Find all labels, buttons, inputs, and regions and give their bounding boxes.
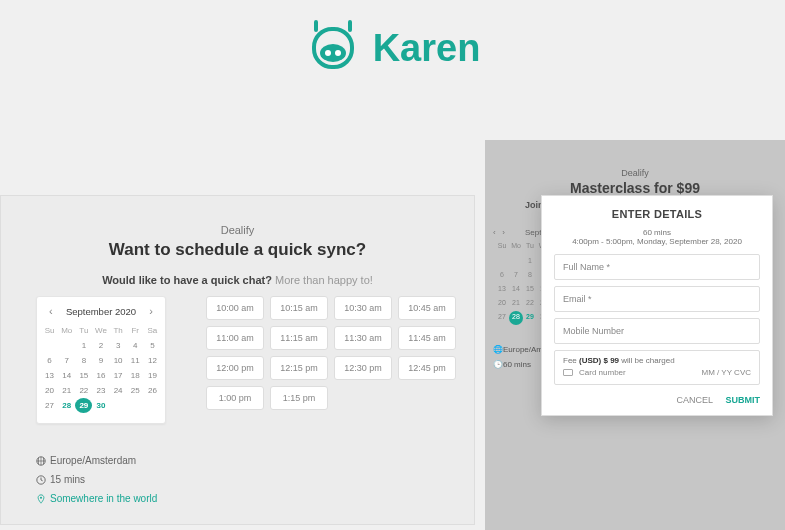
calendar-day[interactable]: 27: [41, 398, 58, 413]
calendar-day[interactable]: 22: [523, 297, 537, 311]
calendar-day[interactable]: 15: [523, 283, 537, 297]
svg-point-1: [320, 44, 346, 62]
time-slot[interactable]: 10:45 am: [398, 296, 456, 320]
schedule-panel: Dealify Want to schedule a quick sync? W…: [0, 195, 475, 525]
calendar-day[interactable]: 14: [509, 283, 523, 297]
calendar-dow: Sa: [144, 323, 161, 338]
calendar-dow: Fr: [127, 323, 144, 338]
calendar-day[interactable]: 9: [92, 353, 109, 368]
time-slot[interactable]: 12:45 pm: [398, 356, 456, 380]
time-slot[interactable]: 11:15 am: [270, 326, 328, 350]
calendar-day[interactable]: 13: [41, 368, 58, 383]
svg-point-3: [335, 50, 341, 56]
robot-icon: [305, 20, 361, 76]
org-label: Dealify: [1, 224, 474, 236]
timezone-label: Europe/Amsterdam: [50, 451, 136, 470]
location-label: Somewhere in the world: [50, 489, 157, 508]
email-field[interactable]: Email *: [554, 286, 760, 312]
svg-point-2: [325, 50, 331, 56]
calendar-day[interactable]: 1: [523, 255, 537, 269]
calendar-day[interactable]: 23: [92, 383, 109, 398]
calendar-day[interactable]: 11: [127, 353, 144, 368]
calendar-day[interactable]: 4: [127, 338, 144, 353]
calendar-day[interactable]: 7: [509, 269, 523, 283]
pin-icon: [36, 494, 46, 504]
calendar-day[interactable]: 6: [495, 269, 509, 283]
calendar-day[interactable]: 7: [58, 353, 75, 368]
calendar[interactable]: ‹ September 2020 › SuMoTuWeThFrSa1234567…: [36, 296, 166, 424]
payment-box: Fee (USD) $ 99 will be charged Card numb…: [554, 350, 760, 385]
masterclass-title: Masterclass for $99: [485, 180, 785, 196]
timezone-row[interactable]: Europe/Amsterdam: [36, 451, 157, 470]
calendar-day[interactable]: 3: [110, 338, 127, 353]
enter-details-modal: ENTER DETAILS 60 mins 4:00pm - 5:00pm, M…: [541, 195, 773, 416]
calendar-day[interactable]: 19: [144, 368, 161, 383]
page-description: Would like to have a quick chat? More th…: [1, 274, 474, 286]
mobile-field[interactable]: Mobile Number: [554, 318, 760, 344]
calendar-next-icon[interactable]: ›: [145, 305, 157, 317]
calendar-day[interactable]: 10: [110, 353, 127, 368]
calendar-dow: Th: [110, 323, 127, 338]
brand-logo: Karen: [0, 20, 785, 80]
calendar-day[interactable]: 8: [75, 353, 92, 368]
time-slot[interactable]: 10:30 am: [334, 296, 392, 320]
calendar-day[interactable]: 22: [75, 383, 92, 398]
submit-button[interactable]: SUBMIT: [726, 395, 761, 405]
calendar-dow: Su: [41, 323, 58, 338]
org-label: Dealify: [485, 168, 785, 178]
calendar-prev-icon[interactable]: ‹ ›: [493, 228, 505, 237]
time-slot[interactable]: 1:15 pm: [270, 386, 328, 410]
time-slot[interactable]: 12:30 pm: [334, 356, 392, 380]
card-number-placeholder: Card number: [579, 368, 626, 377]
calendar-day[interactable]: 6: [41, 353, 58, 368]
calendar-day[interactable]: 21: [58, 383, 75, 398]
time-slot[interactable]: 12:00 pm: [206, 356, 264, 380]
calendar-day[interactable]: 25: [127, 383, 144, 398]
calendar-day[interactable]: 21: [509, 297, 523, 311]
calendar-day[interactable]: 30: [92, 398, 109, 413]
calendar-day[interactable]: 5: [144, 338, 161, 353]
calendar-day[interactable]: 26: [144, 383, 161, 398]
calendar-day[interactable]: 27: [495, 311, 509, 325]
time-slot[interactable]: 10:00 am: [206, 296, 264, 320]
card-exp-placeholder: MM / YY CVC: [702, 368, 752, 377]
duration-label: 15 mins: [50, 470, 85, 489]
time-slot[interactable]: 11:00 am: [206, 326, 264, 350]
calendar-day[interactable]: 2: [92, 338, 109, 353]
calendar-day[interactable]: 13: [495, 283, 509, 297]
calendar-day[interactable]: 1: [75, 338, 92, 353]
time-slot[interactable]: 1:00 pm: [206, 386, 264, 410]
clock-icon: [36, 475, 46, 485]
card-input[interactable]: Card number MM / YY CVC: [563, 368, 751, 377]
calendar-dow: Mo: [58, 323, 75, 338]
calendar-day[interactable]: 28: [509, 311, 523, 325]
duration-label: 🕒60 mins: [493, 360, 531, 369]
time-slot[interactable]: 11:30 am: [334, 326, 392, 350]
page-title: Want to schedule a quick sync?: [1, 240, 474, 260]
calendar-day[interactable]: 29: [523, 311, 537, 325]
modal-duration: 60 mins: [554, 228, 760, 237]
time-slot[interactable]: 12:15 pm: [270, 356, 328, 380]
card-icon: [563, 369, 573, 376]
calendar-prev-icon[interactable]: ‹: [45, 305, 57, 317]
cancel-button[interactable]: CANCEL: [676, 395, 713, 405]
calendar-day[interactable]: 8: [523, 269, 537, 283]
calendar-day[interactable]: 28: [58, 398, 75, 413]
time-slot[interactable]: 11:45 am: [398, 326, 456, 350]
calendar-dow: We: [92, 323, 109, 338]
calendar-day[interactable]: 17: [110, 368, 127, 383]
brand-name: Karen: [373, 27, 481, 70]
calendar-day[interactable]: 12: [144, 353, 161, 368]
calendar-day[interactable]: 24: [110, 383, 127, 398]
time-slot[interactable]: 10:15 am: [270, 296, 328, 320]
calendar-day[interactable]: 29: [75, 398, 92, 413]
calendar-day[interactable]: 16: [92, 368, 109, 383]
calendar-day[interactable]: 20: [495, 297, 509, 311]
full-name-field[interactable]: Full Name *: [554, 254, 760, 280]
calendar-day[interactable]: 15: [75, 368, 92, 383]
calendar-day[interactable]: 18: [127, 368, 144, 383]
svg-point-6: [40, 496, 42, 498]
calendar-day[interactable]: 14: [58, 368, 75, 383]
calendar-dow: Tu: [75, 323, 92, 338]
calendar-day[interactable]: 20: [41, 383, 58, 398]
